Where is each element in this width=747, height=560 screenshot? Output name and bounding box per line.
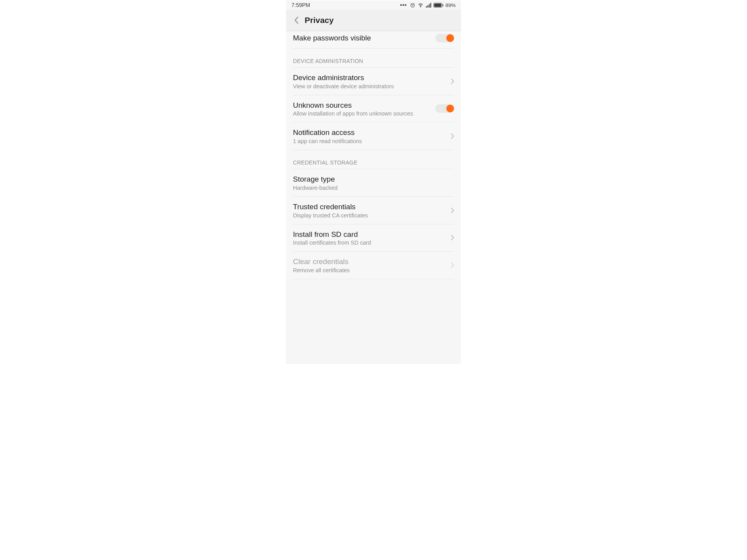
chevron-right-icon [451,208,454,213]
svg-rect-8 [443,4,444,6]
phone-frame: 7:59PM ••• 89% Privacy Make passwords vi… [286,0,461,364]
row-trusted-credentials[interactable]: Trusted credentials Display trusted CA c… [286,197,461,224]
row-title: Unknown sources [293,101,435,110]
row-subtitle: Allow installation of apps from unknown … [293,110,435,117]
svg-rect-7 [434,4,442,7]
status-bar: 7:59PM ••• 89% [286,0,461,10]
section-header-credential-storage: CREDENTIAL STORAGE [286,150,461,169]
page-title: Privacy [305,16,334,25]
row-title: Trusted credentials [293,202,451,212]
row-notification-access[interactable]: Notification access 1 app can read notif… [286,122,461,150]
divider [293,279,454,279]
row-title: Clear credentials [293,257,451,266]
row-title: Notification access [293,128,451,137]
chevron-left-icon [294,16,299,24]
chevron-right-icon [451,79,454,84]
row-storage-type: Storage type Hardware-backed [286,169,461,196]
row-subtitle: Hardware-backed [293,185,454,191]
wifi-icon [417,2,424,8]
row-make-passwords-visible[interactable]: Make passwords visible [286,31,461,48]
title-bar: Privacy [286,10,461,31]
toggle-unknown-sources[interactable] [435,104,454,113]
row-title: Device administrators [293,73,451,82]
toggle-make-passwords-visible[interactable] [435,34,454,42]
section-header-device-administration: DEVICE ADMINISTRATION [286,49,461,67]
row-unknown-sources[interactable]: Unknown sources Allow installation of ap… [286,95,461,122]
chevron-right-icon [451,235,454,240]
row-title: Storage type [293,175,454,184]
signal-icon [426,2,431,8]
row-title: Install from SD card [293,230,451,239]
svg-point-1 [420,6,421,7]
chevron-right-icon [451,133,454,139]
row-subtitle: Display trusted CA certificates [293,212,451,219]
alarm-icon [410,2,416,8]
back-button[interactable] [290,14,303,27]
chevron-right-icon [451,262,454,268]
row-subtitle: Remove all certificates [293,267,451,273]
more-icon: ••• [400,2,407,8]
battery-percent: 89% [445,2,456,8]
row-title: Make passwords visible [293,33,435,43]
svg-rect-4 [429,4,430,7]
row-device-administrators[interactable]: Device administrators View or deactivate… [286,68,461,95]
svg-rect-2 [426,6,427,7]
row-clear-credentials: Clear credentials Remove all certificate… [286,252,461,279]
status-time: 7:59PM [291,2,310,8]
row-subtitle: View or deactivate device administrators [293,83,451,89]
svg-rect-3 [427,5,428,7]
row-install-from-sd-card[interactable]: Install from SD card Install certificate… [286,224,461,252]
svg-rect-5 [430,3,431,7]
settings-content: Make passwords visible DEVICE ADMINISTRA… [286,31,461,279]
row-subtitle: Install certificates from SD card [293,240,451,246]
battery-icon [433,3,444,8]
row-subtitle: 1 app can read notifications [293,138,451,144]
status-icons: ••• 89% [400,2,456,8]
